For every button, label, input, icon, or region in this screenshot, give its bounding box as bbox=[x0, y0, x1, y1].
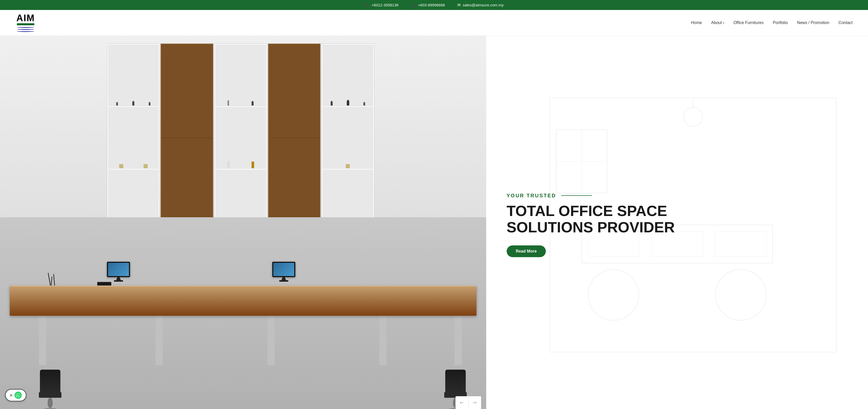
shelf-lamp bbox=[227, 100, 229, 106]
logo-area[interactable]: AIM bbox=[16, 12, 36, 33]
monitor-left-screen bbox=[107, 262, 130, 277]
chair-left-base bbox=[42, 408, 58, 409]
shelf-vase-r1 bbox=[331, 101, 333, 106]
monitor-right-neck bbox=[281, 277, 286, 280]
phone2-text: +603-89996666 bbox=[418, 3, 445, 7]
nav-about[interactable]: About ▾ bbox=[711, 21, 724, 25]
phone1-item[interactable]: 📞 +6012-3058136 bbox=[364, 3, 399, 7]
nav-portfolio[interactable]: Portfolio bbox=[773, 21, 788, 25]
logo-green-bar bbox=[17, 23, 34, 25]
hero-image: ← → bbox=[0, 36, 486, 409]
shelf-book-brown bbox=[252, 162, 254, 168]
main-content: ← → YOUR TRU bbox=[0, 36, 868, 409]
shelf-row-c2 bbox=[215, 107, 266, 169]
svg-rect-7 bbox=[715, 231, 766, 257]
svg-point-8 bbox=[588, 269, 639, 320]
float-button[interactable]: ≡ bbox=[5, 389, 26, 401]
shelf-book-cream bbox=[227, 162, 230, 168]
chair-left bbox=[39, 370, 61, 409]
header: AIM Home About ▾ Office Furnitures Portf… bbox=[0, 10, 868, 36]
blueprint-bg bbox=[486, 36, 868, 409]
chair-left-pedestal bbox=[48, 398, 53, 408]
slide-next-button[interactable]: → bbox=[468, 396, 481, 409]
main-nav: Home About ▾ Office Furnitures Portfolio… bbox=[691, 21, 852, 25]
nav-about-label: About bbox=[711, 21, 722, 25]
chair-right-back bbox=[445, 370, 466, 393]
nav-office-furnitures[interactable]: Office Furnitures bbox=[734, 21, 764, 25]
phone2-icon: 📞 bbox=[411, 3, 416, 7]
nav-contact[interactable]: Contact bbox=[839, 21, 852, 25]
shelf-unit-1 bbox=[107, 43, 160, 233]
svg-rect-4 bbox=[582, 225, 773, 263]
desk-leg-3 bbox=[268, 316, 275, 365]
monitor-left-foot bbox=[114, 280, 123, 282]
shelf-row bbox=[108, 44, 159, 107]
svg-rect-5 bbox=[588, 231, 639, 257]
logo-wave-1 bbox=[17, 26, 34, 28]
chair-left-seat bbox=[39, 392, 61, 398]
shelf-vase-r1c bbox=[363, 102, 365, 106]
shelf-unit-wood-1 bbox=[160, 43, 213, 233]
chair-left-back bbox=[40, 370, 60, 393]
monitor-right-foot bbox=[279, 280, 288, 282]
phone1-icon: 📞 bbox=[364, 3, 370, 7]
shelf-unit-3 bbox=[321, 43, 374, 233]
hamburger-icon: ≡ bbox=[10, 393, 12, 398]
shelf-item-vase bbox=[116, 102, 118, 106]
whatsapp-icon bbox=[14, 391, 22, 399]
topbar: 📞 +6012-3058136 📞 +603-89996666 ✉ sales@… bbox=[0, 0, 868, 10]
logo[interactable]: AIM bbox=[16, 12, 36, 33]
monitor-right-screen bbox=[272, 262, 295, 277]
svg-point-9 bbox=[715, 269, 766, 320]
logo-wave-2 bbox=[17, 28, 34, 30]
email-icon: ✉ bbox=[457, 3, 461, 7]
shelf-wood2-row1 bbox=[269, 44, 320, 138]
monitor-right bbox=[272, 262, 295, 282]
logo-wave-3 bbox=[17, 30, 34, 32]
office-scene bbox=[0, 36, 486, 409]
svg-point-10 bbox=[683, 107, 703, 127]
shelf-unit-2 bbox=[214, 43, 267, 233]
shelf-vase-r1b bbox=[347, 100, 349, 106]
email-item[interactable]: ✉ sales@aimsure.com.my bbox=[457, 3, 504, 7]
shelf-item-vase3 bbox=[149, 102, 151, 106]
shelf-box-r bbox=[346, 164, 350, 168]
shelf-box bbox=[119, 164, 123, 168]
shelf-item-vase2 bbox=[132, 101, 134, 106]
phone1-text: +6012-3058136 bbox=[372, 3, 399, 7]
computer-tower-left bbox=[97, 282, 111, 285]
email-text: sales@aimsure.com.my bbox=[463, 3, 504, 7]
scene-desk bbox=[10, 285, 476, 316]
shelf-row-2 bbox=[108, 107, 159, 169]
desk-leg-5 bbox=[455, 316, 462, 365]
logo-text: AIM bbox=[17, 13, 35, 23]
desk-leg-4 bbox=[379, 316, 386, 365]
shelf-box2 bbox=[144, 164, 148, 168]
hero-text-panel: YOUR TRUSTED TOTAL OFFICE SPACE SOLUTION… bbox=[486, 36, 868, 409]
slide-nav: ← → bbox=[456, 396, 481, 409]
slide-prev-button[interactable]: ← bbox=[456, 396, 468, 409]
shelf-vase-c bbox=[252, 101, 254, 106]
bookshelf bbox=[107, 43, 374, 233]
shelf-row-c1 bbox=[215, 44, 266, 107]
desk-leg-2 bbox=[156, 316, 163, 365]
desk-deco-left bbox=[49, 273, 55, 285]
office-scene-wrapper bbox=[0, 36, 486, 409]
deco-stick-2 bbox=[51, 277, 53, 285]
shelf-wood-row-1 bbox=[161, 44, 212, 138]
phone2-item[interactable]: 📞 +603-89996666 bbox=[411, 3, 445, 7]
shelf-row-r2 bbox=[322, 107, 373, 169]
deco-stick-3 bbox=[53, 274, 55, 285]
nav-about-caret: ▾ bbox=[723, 22, 724, 24]
monitor-left-neck bbox=[116, 277, 121, 280]
desk-leg-1 bbox=[39, 316, 46, 365]
svg-rect-6 bbox=[652, 231, 703, 257]
shelf-row-r1 bbox=[322, 44, 373, 107]
shelf-unit-wood-2 bbox=[268, 43, 321, 233]
nav-news-promotion[interactable]: News / Promotion bbox=[797, 21, 829, 25]
logo-waves bbox=[17, 26, 34, 32]
nav-home[interactable]: Home bbox=[691, 21, 702, 25]
monitor-left bbox=[107, 262, 130, 282]
